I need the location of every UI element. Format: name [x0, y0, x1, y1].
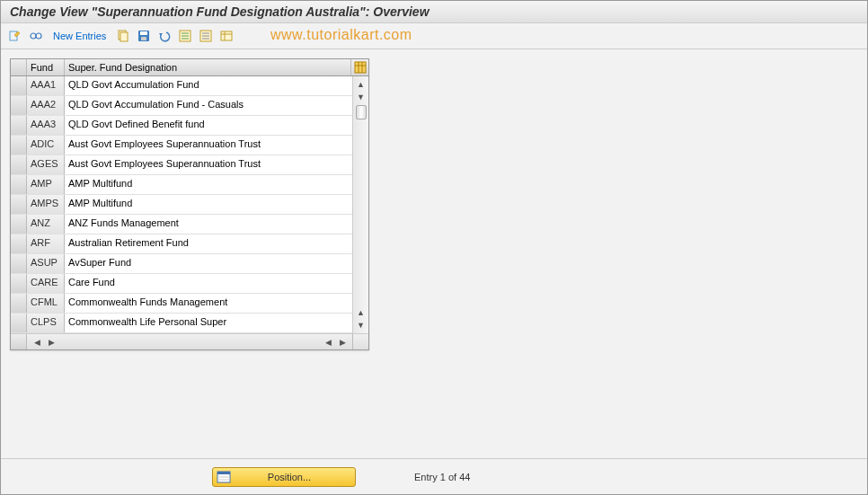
column-header-designation[interactable]: Super. Fund Designation [65, 59, 350, 75]
row-selector[interactable] [11, 175, 27, 194]
main-content: Fund Super. Fund Designation AAA1QLD Gov… [1, 49, 867, 448]
cell-designation[interactable]: Care Fund [65, 274, 352, 293]
scroll-thumb[interactable] [356, 105, 367, 119]
row-selector[interactable] [11, 195, 27, 214]
deselect-all-button[interactable] [197, 27, 215, 45]
fund-table: Fund Super. Fund Designation AAA1QLD Gov… [10, 58, 369, 350]
table-row[interactable]: CARECare Fund [11, 274, 352, 294]
row-selector[interactable] [11, 96, 27, 115]
cell-fund[interactable]: AAA3 [27, 116, 65, 135]
row-selector[interactable] [11, 234, 27, 253]
cell-fund[interactable]: AAA2 [27, 96, 65, 115]
table-config-icon[interactable] [350, 59, 368, 75]
cell-fund[interactable]: AGES [27, 155, 65, 174]
table-row[interactable]: AAA3QLD Govt Defined Benefit fund [11, 116, 352, 136]
cell-fund[interactable]: AMP [27, 175, 65, 194]
scroll-down-icon[interactable]: ▼ [355, 91, 368, 103]
row-selector[interactable] [11, 254, 27, 273]
vertical-scrollbar[interactable]: ▲ ▼ ▲ ▼ [352, 76, 368, 333]
row-selector[interactable] [11, 314, 27, 332]
scroll-up-icon[interactable]: ▲ [355, 78, 368, 91]
svg-point-1 [31, 33, 36, 39]
row-selector-header[interactable] [11, 59, 27, 75]
table-row[interactable]: AAA1QLD Govt Accumulation Fund [11, 76, 352, 96]
table-row[interactable]: AAA2QLD Govt Accumulation Fund - Casuals [11, 96, 352, 116]
cell-fund[interactable]: ARF [27, 234, 65, 253]
cell-designation[interactable]: QLD Govt Accumulation Fund - Casuals [65, 96, 352, 115]
cell-designation[interactable]: ANZ Funds Management [65, 215, 352, 234]
cell-designation[interactable]: QLD Govt Accumulation Fund [65, 76, 352, 95]
cell-designation[interactable]: AvSuper Fund [65, 254, 352, 273]
glasses-icon[interactable] [27, 27, 45, 45]
cell-designation[interactable]: Australian Retirement Fund [65, 234, 352, 253]
row-selector[interactable] [11, 76, 27, 95]
cell-fund[interactable]: AAA1 [27, 76, 65, 95]
toolbar: New Entries www.tutorialkart.com [1, 23, 867, 49]
cell-designation[interactable]: QLD Govt Defined Benefit fund [65, 116, 352, 135]
copy-button[interactable] [114, 27, 132, 45]
scroll-down-bottom-icon[interactable]: ▼ [355, 319, 368, 331]
column-header-fund[interactable]: Fund [27, 59, 65, 75]
row-selector[interactable] [11, 274, 27, 293]
cell-fund[interactable]: ASUP [27, 254, 65, 273]
table-row[interactable]: CFMLCommonwealth Funds Management [11, 294, 352, 314]
svg-rect-8 [141, 37, 146, 40]
new-entries-button[interactable]: New Entries [48, 31, 111, 41]
svg-rect-7 [140, 31, 147, 35]
table-row[interactable]: ANZANZ Funds Management [11, 215, 352, 234]
cell-designation[interactable]: Commonwealth Funds Management [65, 294, 352, 313]
svg-rect-20 [355, 62, 366, 73]
cell-designation[interactable]: AMP Multifund [65, 175, 352, 194]
cell-fund[interactable]: CFML [27, 294, 65, 313]
cell-designation[interactable]: Commonwealth Life Personal Super [65, 314, 352, 332]
row-selector[interactable] [11, 155, 27, 174]
position-button[interactable]: Position... [212, 467, 356, 487]
row-selector[interactable] [11, 116, 27, 135]
entry-count-text: Entry 1 of 44 [414, 472, 470, 482]
table-settings-button[interactable] [217, 27, 235, 45]
horizontal-scrollbar[interactable]: ◀ ▶ ◀ ▶ [11, 333, 368, 349]
table-row[interactable]: CLPSCommonwealth Life Personal Super [11, 314, 352, 333]
cell-fund[interactable]: CARE [27, 274, 65, 293]
table-row[interactable]: AMPSAMP Multifund [11, 195, 352, 215]
scroll-right-icon[interactable]: ▶ [45, 336, 58, 349]
position-icon [216, 469, 232, 485]
table-row[interactable]: ASUPAvSuper Fund [11, 254, 352, 274]
svg-rect-5 [120, 32, 128, 41]
cell-fund[interactable]: ANZ [27, 215, 65, 234]
scroll-right-end-icon[interactable]: ▶ [336, 336, 349, 349]
display-change-button[interactable] [6, 27, 24, 45]
cell-designation[interactable]: AMP Multifund [65, 195, 352, 214]
cell-fund[interactable]: CLPS [27, 314, 65, 332]
watermark-text: www.tutorialkart.com [270, 27, 412, 43]
page-title: Change View "Superannuation Fund Designa… [1, 1, 867, 23]
svg-point-2 [36, 33, 41, 39]
footer-bar: Position... Entry 1 of 44 [1, 458, 867, 494]
row-selector[interactable] [11, 215, 27, 234]
row-selector[interactable] [11, 294, 27, 313]
table-row[interactable]: ARFAustralian Retirement Fund [11, 234, 352, 254]
cell-designation[interactable]: Aust Govt Employees Superannuation Trust [65, 136, 352, 155]
table-row[interactable]: AMPAMP Multifund [11, 175, 352, 195]
table-header-row: Fund Super. Fund Designation [11, 59, 368, 76]
save-button[interactable] [135, 27, 153, 45]
cell-fund[interactable]: ADIC [27, 136, 65, 155]
scroll-left-end-icon[interactable]: ◀ [322, 336, 334, 349]
cell-fund[interactable]: AMPS [27, 195, 65, 214]
undo-button[interactable] [155, 27, 173, 45]
table-row[interactable]: ADICAust Govt Employees Superannuation T… [11, 136, 352, 155]
svg-rect-17 [221, 31, 232, 40]
row-selector[interactable] [11, 136, 27, 155]
svg-rect-25 [217, 472, 230, 474]
table-row[interactable]: AGESAust Govt Employees Superannuation T… [11, 155, 352, 175]
cell-designation[interactable]: Aust Govt Employees Superannuation Trust [65, 155, 352, 174]
position-label: Position... [235, 472, 355, 482]
scroll-left-icon[interactable]: ◀ [31, 336, 43, 349]
select-all-button[interactable] [176, 27, 194, 45]
scroll-up-bottom-icon[interactable]: ▲ [355, 306, 368, 319]
